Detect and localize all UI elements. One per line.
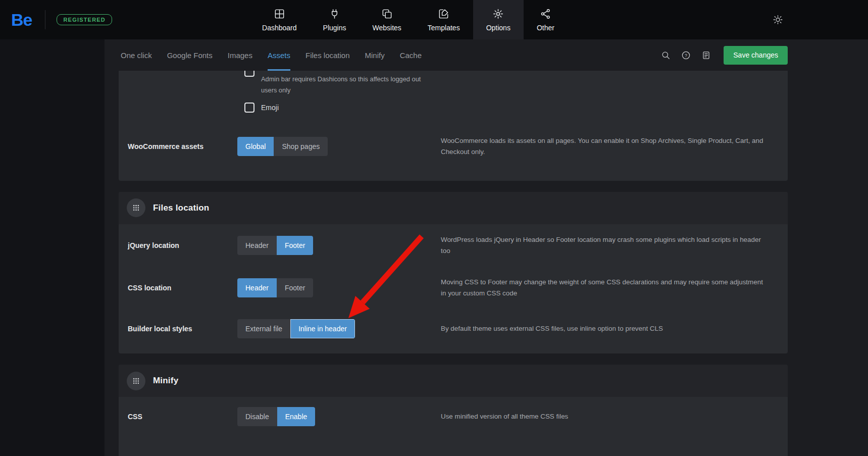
options-icon [492, 8, 504, 20]
option-disable[interactable]: Disable [237, 407, 277, 426]
websites-icon [381, 8, 393, 20]
section-title: Minify [153, 376, 178, 386]
nav-plugins[interactable]: Plugins [310, 0, 360, 39]
button-group: Header Footer [237, 236, 441, 255]
tab-images[interactable]: Images [220, 39, 260, 71]
option-shop-pages[interactable]: Shop pages [274, 137, 328, 156]
nav-dashboard[interactable]: Dashboard [249, 0, 310, 39]
files-location-card: Files location jQuery location Header Fo… [119, 192, 788, 353]
svg-text:?: ? [685, 53, 687, 58]
setting-row-woocommerce-assets: WooCommerce assets Global Shop pages Woo… [119, 118, 788, 181]
nav-label: Plugins [323, 24, 346, 32]
dashicons-checkbox[interactable] [244, 71, 254, 77]
drag-handle-icon[interactable] [127, 198, 145, 217]
dashicons-note-row: Admin bar requires Dashicons so this aff… [119, 71, 788, 96]
setting-row-jquery-location: jQuery location Header Footer WordPress … [119, 224, 788, 267]
main-panel: One click Google Fonts Images Assets Fil… [105, 39, 868, 456]
tab-assets[interactable]: Assets [260, 39, 298, 71]
setting-label: Builder local styles [128, 325, 237, 333]
setting-row-minify-css: CSS Disable Enable Use minified version … [119, 397, 788, 436]
option-enable[interactable]: Enable [277, 407, 316, 426]
option-header[interactable]: Header [237, 278, 277, 297]
divider [45, 10, 45, 29]
nav-other[interactable]: Other [524, 0, 568, 39]
tabbar-actions: ? Save changes [657, 46, 788, 65]
option-header[interactable]: Header [237, 236, 277, 255]
dashboard-icon [274, 8, 285, 20]
emoji-row: Emoji [119, 103, 788, 118]
button-group: Header Footer [237, 278, 441, 297]
nav-label: Other [537, 24, 554, 32]
registered-badge: REGISTERED [57, 14, 112, 25]
option-external-file[interactable]: External file [237, 319, 290, 338]
emoji-checkbox[interactable] [244, 103, 254, 113]
setting-row-builder-local-styles: Builder local styles External file Inlin… [119, 309, 788, 348]
settings-content: Admin bar requires Dashicons so this aff… [105, 71, 868, 456]
left-sidebar [0, 39, 105, 456]
tab-google-fonts[interactable]: Google Fonts [160, 39, 220, 71]
minify-header: Minify [119, 365, 788, 397]
nav-templates[interactable]: Templates [415, 0, 473, 39]
topbar: Be REGISTERED Dashboard Plugins Websites [0, 0, 868, 39]
option-inline-in-header[interactable]: Inline in header [290, 319, 355, 338]
search-icon[interactable] [657, 46, 674, 64]
option-global[interactable]: Global [237, 137, 274, 156]
setting-description: Moving CSS to Footer may change the weig… [441, 277, 770, 299]
setting-description: WordPress loads jQuery in Header so Foot… [441, 234, 770, 257]
option-footer[interactable]: Footer [277, 278, 313, 297]
tab-minify[interactable]: Minify [358, 39, 392, 71]
dashicons-note: Admin bar requires Dashicons so this aff… [261, 74, 422, 96]
templates-icon [438, 8, 449, 20]
option-footer[interactable]: Footer [277, 236, 313, 255]
assets-card: Admin bar requires Dashicons so this aff… [119, 71, 788, 181]
emoji-label: Emoji [261, 104, 279, 112]
minify-card: Minify CSS Disable Enable Use minified v… [119, 365, 788, 456]
setting-description: WooCommerce loads its assets on all page… [441, 135, 770, 158]
nav-options[interactable]: Options [473, 0, 524, 39]
setting-label: CSS [128, 413, 237, 421]
tab-one-click[interactable]: One click [113, 39, 160, 71]
options-tabbar: One click Google Fonts Images Assets Fil… [105, 39, 868, 71]
plugins-icon [329, 8, 340, 20]
setting-label: WooCommerce assets [128, 142, 237, 150]
changelog-icon[interactable] [697, 46, 714, 64]
tab-cache[interactable]: Cache [392, 39, 429, 71]
nav-label: Options [486, 24, 510, 32]
files-location-header: Files location [119, 192, 788, 224]
tab-files-location[interactable]: Files location [298, 39, 358, 71]
help-icon[interactable]: ? [677, 46, 694, 64]
setting-row-css-location: CSS location Header Footer Moving CSS to… [119, 267, 788, 309]
other-icon [540, 8, 551, 20]
drag-handle-icon[interactable] [127, 372, 145, 390]
nav-websites[interactable]: Websites [360, 0, 415, 39]
button-group: External file Inline in header [237, 319, 441, 338]
section-title: Files location [153, 203, 209, 213]
setting-label: jQuery location [128, 241, 237, 249]
setting-description: By default theme uses external CSS files… [441, 323, 770, 334]
brightness-icon[interactable] [773, 15, 783, 25]
be-logo[interactable]: Be [9, 10, 34, 30]
button-group: Disable Enable [237, 407, 441, 426]
setting-description: Use minified version of all theme CSS fi… [441, 411, 770, 422]
button-group: Global Shop pages [237, 137, 441, 156]
setting-label: CSS location [128, 284, 237, 292]
nav-label: Templates [428, 24, 460, 32]
main-nav: Dashboard Plugins Websites Templates Opt… [249, 0, 568, 39]
save-changes-button[interactable]: Save changes [724, 46, 788, 65]
nav-label: Dashboard [262, 24, 297, 32]
nav-label: Websites [373, 24, 401, 32]
